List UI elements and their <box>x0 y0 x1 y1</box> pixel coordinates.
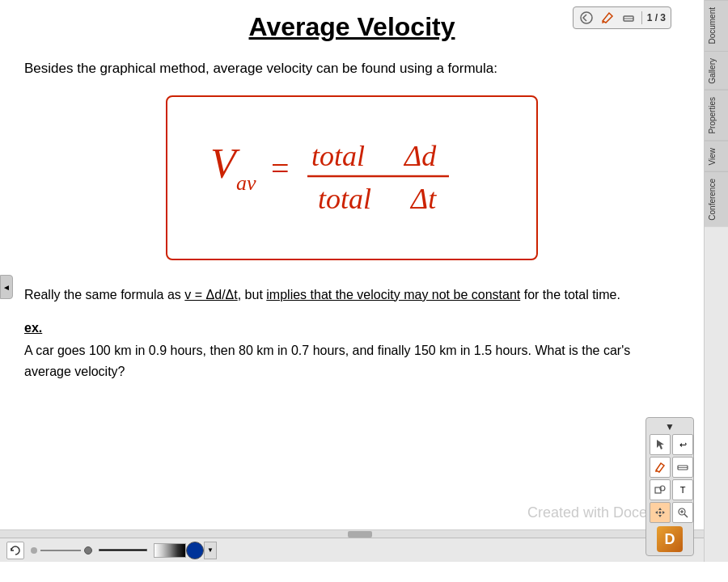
page-counter: 1 / 3 <box>647 12 666 23</box>
tool-btn-zoom[interactable] <box>672 502 693 523</box>
tool-btn-eraser[interactable] <box>672 457 693 478</box>
color-selector: ▼ <box>154 542 217 559</box>
sidebar-tab-properties[interactable]: Properties <box>705 90 728 141</box>
undo-button[interactable] <box>6 542 24 559</box>
color-button[interactable] <box>186 542 204 559</box>
bottom-toolbar: ▼ <box>0 538 704 562</box>
svg-text:Δt: Δt <box>409 183 437 215</box>
secondary-text: Really the same formula as v = Δd/Δt, bu… <box>24 285 679 306</box>
bottom-scrollbar[interactable] <box>0 529 704 538</box>
sidebar-tab-document[interactable]: Document <box>705 0 728 51</box>
example-label: ex. <box>24 321 679 335</box>
eraser-icon[interactable] <box>620 10 637 26</box>
top-toolbar: 1 / 3 <box>573 6 671 29</box>
float-tool-panel: ▼ ↩ T <box>645 417 694 556</box>
back-icon[interactable] <box>578 10 595 26</box>
slider-handle[interactable] <box>84 546 92 555</box>
main-content: 1 / 3 Average Velocity Besides the graph… <box>0 0 704 562</box>
tool-btn-pointer[interactable] <box>650 434 671 455</box>
sidebar-tab-conference[interactable]: Conference <box>705 171 728 227</box>
svg-line-15 <box>684 514 688 517</box>
float-panel-grid: ↩ T <box>650 434 690 523</box>
tool-btn-text[interactable]: T <box>672 479 693 500</box>
slider-track[interactable] <box>40 550 81 551</box>
svg-text:av: av <box>236 171 256 195</box>
tool-btn-pen[interactable] <box>650 457 671 478</box>
sidebar-tab-view[interactable]: View <box>705 141 728 172</box>
watermark: Created with Docen <box>527 504 655 521</box>
content-body: Besides the graphical method, average ve… <box>0 58 704 382</box>
svg-text:total: total <box>311 140 365 172</box>
color-gradient[interactable] <box>154 543 186 558</box>
toolbar-divider <box>641 11 642 24</box>
sidebar-tab-gallery[interactable]: Gallery <box>705 51 728 91</box>
right-sidebar: Document Gallery Properties View Confere… <box>704 0 728 562</box>
slider-dot <box>31 547 37 554</box>
formula-svg: V av = total Δd total Δt <box>198 113 506 242</box>
scroll-thumb[interactable] <box>348 531 372 538</box>
docen-logo: D <box>650 526 690 552</box>
tool-btn-undo[interactable]: ↩ <box>672 434 693 455</box>
svg-text:Δd: Δd <box>403 140 437 172</box>
implication-text: implies that the velocity may not be con… <box>266 288 520 302</box>
line-preview <box>99 549 147 551</box>
pen-icon[interactable] <box>599 10 616 26</box>
tool-btn-shapes[interactable] <box>650 479 671 500</box>
line-width-area <box>31 546 92 555</box>
float-panel-toggle[interactable]: ▼ <box>650 421 690 432</box>
formula-box: V av = total Δd total Δt <box>166 95 538 260</box>
example-text: A car goes 100 km in 0.9 hours, then 80 … <box>24 340 679 382</box>
svg-point-13 <box>659 512 662 514</box>
color-dropdown[interactable]: ▼ <box>204 542 217 559</box>
formula-ref: v = Δd/Δt <box>184 288 237 302</box>
svg-text:=: = <box>271 150 290 187</box>
tool-btn-move[interactable] <box>650 502 671 523</box>
svg-text:total: total <box>318 183 371 215</box>
left-nav-tab[interactable]: ◄ <box>0 275 13 299</box>
intro-text: Besides the graphical method, average ve… <box>24 58 679 79</box>
